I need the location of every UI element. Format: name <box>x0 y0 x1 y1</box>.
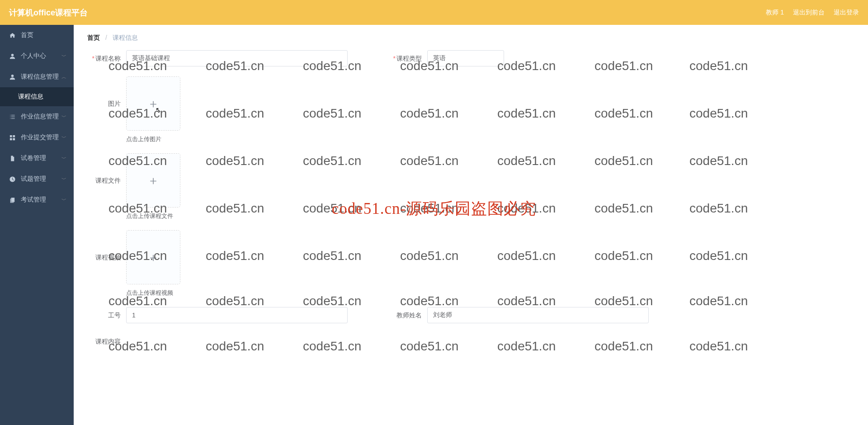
chevron-down-icon: ﹀ <box>61 176 66 183</box>
breadcrumb-separator: / <box>105 34 107 41</box>
course-name-input[interactable] <box>126 50 348 66</box>
course-video-upload-box[interactable]: ＋ <box>126 230 180 284</box>
sidebar-item-label: 试题管理 <box>21 175 46 183</box>
chevron-down-icon: ﹀ <box>61 155 66 162</box>
sidebar-item-label: 试卷管理 <box>21 154 46 162</box>
document-icon <box>8 154 16 162</box>
teacher-input[interactable] <box>427 307 649 323</box>
sidebar-item-question-mgmt[interactable]: 试题管理 ﹀ <box>0 169 74 189</box>
chevron-down-icon: ﹀ <box>61 53 66 60</box>
breadcrumb: 首页 / 课程信息 <box>74 25 868 50</box>
sidebar-item-label: 考试管理 <box>21 196 46 204</box>
main-content: 首页 / 课程信息 课程名称 课程类型 图片 <box>74 25 868 425</box>
chevron-down-icon: ﹀ <box>61 113 66 120</box>
form-item-course-file: 课程文件 ＋ 点击上传课程文件 <box>87 153 180 220</box>
course-type-label: 课程类型 <box>388 50 427 66</box>
course-video-label: 课程视频 <box>87 230 126 284</box>
list-icon <box>8 113 16 121</box>
chevron-down-icon: ﹀ <box>61 197 66 203</box>
image-label: 图片 <box>87 76 126 131</box>
form-item-course-name: 课程名称 <box>87 50 348 66</box>
course-name-label: 课程名称 <box>87 50 126 66</box>
sidebar-item-paper-mgmt[interactable]: 试卷管理 ﹀ <box>0 148 74 169</box>
user-label[interactable]: 教师 1 <box>766 9 784 17</box>
app-title: 计算机office课程平台 <box>9 7 88 18</box>
chevron-up-icon: ︿ <box>61 74 66 80</box>
form-item-teacher: 教师姓名 <box>388 307 649 323</box>
breadcrumb-root[interactable]: 首页 <box>87 34 100 41</box>
home-icon <box>8 31 16 39</box>
plus-icon: ＋ <box>147 96 159 112</box>
plus-icon: ＋ <box>147 250 159 265</box>
sidebar-subitem-course-info[interactable]: 课程信息 <box>0 87 74 106</box>
course-video-upload-hint: 点击上传课程视频 <box>126 289 180 297</box>
form-item-course-type: 课程类型 <box>388 50 504 66</box>
job-no-input[interactable] <box>126 307 348 323</box>
chevron-down-icon: ﹀ <box>61 134 66 141</box>
image-upload-box[interactable]: ＋ ↖ <box>126 76 180 131</box>
sidebar-item-label: 个人中心 <box>21 52 46 60</box>
form-item-course-video: 课程视频 ＋ 点击上传课程视频 <box>87 230 180 297</box>
user-icon <box>8 73 16 81</box>
job-no-label: 工号 <box>87 307 126 323</box>
form-item-job-no: 工号 <box>87 307 348 323</box>
copy-icon <box>8 196 16 204</box>
sidebar: 首页 个人中心 ﹀ 课程信息管理 ︿ 课程信息 作业信息管理 ﹀ 作业提交管理 … <box>0 25 74 425</box>
sidebar-item-label: 作业提交管理 <box>21 133 59 142</box>
form-area: 课程名称 课程类型 图片 ＋ ↖ <box>74 50 868 378</box>
teacher-label: 教师姓名 <box>388 307 427 323</box>
sidebar-item-personal[interactable]: 个人中心 ﹀ <box>0 46 74 66</box>
sidebar-item-homework-submit[interactable]: 作业提交管理 ﹀ <box>0 127 74 148</box>
plus-icon: ＋ <box>147 173 159 189</box>
course-file-label: 课程文件 <box>87 153 126 208</box>
sidebar-item-label: 课程信息 <box>18 93 43 101</box>
form-item-image: 图片 ＋ ↖ 点击上传图片 <box>87 76 180 143</box>
sidebar-item-label: 首页 <box>21 31 33 39</box>
course-file-upload-hint: 点击上传课程文件 <box>126 212 180 220</box>
form-item-course-content: 课程内容 <box>87 333 126 349</box>
sidebar-item-exam-mgmt[interactable]: 考试管理 ﹀ <box>0 189 74 210</box>
clock-icon <box>8 175 16 183</box>
top-header: 计算机office课程平台 教师 1 退出到前台 退出登录 <box>0 0 868 25</box>
header-right: 教师 1 退出到前台 退出登录 <box>766 9 859 17</box>
sidebar-item-label: 课程信息管理 <box>21 73 59 81</box>
exit-to-front-link[interactable]: 退出到前台 <box>793 9 825 17</box>
course-type-input[interactable] <box>427 50 504 66</box>
breadcrumb-current: 课程信息 <box>113 34 138 41</box>
logout-link[interactable]: 退出登录 <box>834 9 859 17</box>
sidebar-item-homework-mgmt[interactable]: 作业信息管理 ﹀ <box>0 106 74 127</box>
image-upload-hint: 点击上传图片 <box>126 135 180 143</box>
course-file-upload-box[interactable]: ＋ <box>126 153 180 208</box>
sidebar-item-home[interactable]: 首页 <box>0 25 74 46</box>
grid-icon <box>8 133 16 142</box>
course-content-label: 课程内容 <box>87 333 126 349</box>
sidebar-item-course-mgmt[interactable]: 课程信息管理 ︿ <box>0 66 74 87</box>
sidebar-item-label: 作业信息管理 <box>21 113 59 121</box>
user-icon <box>8 52 16 60</box>
